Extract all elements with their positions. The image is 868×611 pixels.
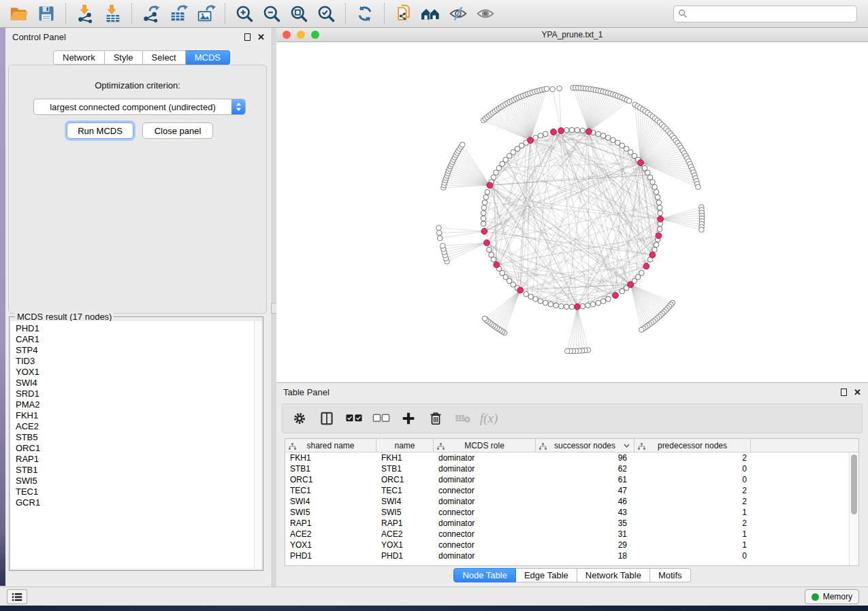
table-row[interactable]: YOX1YOX1connector291 — [285, 540, 849, 550]
network-node[interactable] — [696, 184, 701, 190]
network-node[interactable] — [611, 137, 616, 143]
network-node[interactable] — [538, 133, 543, 139]
mcds-node[interactable] — [575, 303, 581, 310]
network-graph-canvas[interactable] — [276, 42, 868, 382]
mcds-result-item[interactable]: SRD1 — [16, 389, 254, 399]
mcds-result-item[interactable]: RAP1 — [16, 454, 254, 465]
mcds-result-item[interactable]: TID3 — [16, 356, 254, 367]
table-row[interactable]: TEC1TEC1connector472 — [285, 485, 849, 496]
column-header-successor-nodes[interactable]: successor nodes — [536, 439, 634, 452]
delete-column-button[interactable] — [425, 408, 446, 429]
network-node[interactable] — [657, 205, 662, 211]
mcds-result-item[interactable]: SWI5 — [16, 476, 254, 486]
close-panel-icon[interactable]: ✕ — [854, 388, 861, 397]
import-table-button[interactable] — [101, 2, 124, 25]
zoom-in-button[interactable] — [233, 2, 256, 25]
network-node[interactable] — [481, 221, 486, 227]
network-node[interactable] — [481, 210, 486, 216]
network-node[interactable] — [585, 303, 591, 308]
network-node[interactable] — [485, 190, 490, 195]
network-node[interactable] — [489, 252, 494, 258]
mcds-result-item[interactable]: STB5 — [16, 432, 254, 443]
mcds-node[interactable] — [481, 229, 487, 235]
table-row[interactable]: ACE2ACE2connector311 — [285, 529, 849, 540]
run-mcds-button[interactable]: Run MCDS — [67, 122, 133, 139]
network-node[interactable] — [528, 294, 534, 299]
network-overview-button[interactable] — [419, 2, 443, 25]
network-node[interactable] — [481, 205, 487, 211]
network-node[interactable] — [569, 127, 575, 133]
table-row[interactable]: PHD1PHD1dominator180 — [285, 550, 849, 561]
tab-node-table[interactable]: Node Table — [453, 568, 516, 582]
mcds-node[interactable] — [656, 233, 662, 239]
network-node[interactable] — [658, 210, 663, 216]
mcds-node[interactable] — [643, 263, 649, 269]
import-network-button[interactable] — [74, 2, 97, 25]
mcds-node[interactable] — [649, 252, 656, 258]
show-graphics-details-button[interactable] — [474, 2, 497, 25]
network-node[interactable] — [543, 300, 549, 306]
mcds-node[interactable] — [494, 262, 500, 268]
mcds-result-item[interactable]: CAR1 — [16, 334, 254, 345]
network-node[interactable] — [652, 184, 658, 190]
network-node[interactable] — [590, 301, 596, 307]
network-node[interactable] — [699, 227, 705, 233]
close-panel-button[interactable]: Close panel — [142, 122, 213, 139]
mcds-result-item[interactable]: GCR1 — [16, 497, 254, 508]
add-column-button[interactable] — [398, 408, 419, 429]
network-node[interactable] — [569, 304, 575, 310]
tab-network[interactable]: Network — [53, 50, 105, 65]
export-network-button[interactable] — [140, 2, 163, 25]
export-table-button[interactable] — [167, 2, 190, 25]
mcds-result-item[interactable]: ACE2 — [16, 421, 254, 432]
mcds-result-item[interactable]: TEC1 — [16, 486, 254, 497]
network-node[interactable] — [437, 235, 443, 241]
save-session-button[interactable] — [35, 2, 58, 25]
network-node[interactable] — [564, 304, 569, 310]
network-node[interactable] — [606, 297, 611, 302]
mcds-node[interactable] — [558, 128, 564, 134]
column-header-name[interactable]: name — [376, 439, 434, 452]
zoom-fit-button[interactable] — [287, 2, 310, 25]
refresh-view-button[interactable] — [353, 2, 376, 25]
network-node[interactable] — [460, 142, 465, 148]
network-node[interactable] — [543, 131, 549, 137]
float-panel-icon[interactable] — [244, 33, 251, 41]
network-node[interactable] — [650, 180, 656, 185]
share-document-button[interactable] — [392, 2, 415, 25]
tab-edge-table[interactable]: Edge Table — [516, 568, 577, 582]
network-node[interactable] — [440, 244, 445, 249]
export-image-button[interactable] — [194, 2, 217, 25]
mcds-node[interactable] — [528, 137, 534, 144]
deselect-all-button[interactable] — [371, 408, 391, 429]
network-node[interactable] — [654, 190, 659, 195]
network-node[interactable] — [656, 200, 662, 205]
mcds-result-item[interactable]: ORC1 — [16, 443, 254, 454]
network-node[interactable] — [483, 195, 489, 200]
network-node[interactable] — [548, 301, 553, 307]
zoom-selected-button[interactable] — [315, 2, 338, 25]
mcds-node[interactable] — [628, 282, 634, 288]
network-node[interactable] — [600, 133, 606, 139]
network-node[interactable] — [550, 86, 556, 92]
network-node[interactable] — [436, 231, 442, 236]
table-row[interactable]: FKH1FKH1dominator962 — [285, 452, 849, 463]
network-node[interactable] — [620, 288, 625, 294]
column-header-predecessor-nodes[interactable]: predecessor nodes — [634, 439, 751, 452]
network-node[interactable] — [538, 299, 543, 304]
mcds-result-item[interactable]: YOX1 — [16, 367, 254, 378]
network-node[interactable] — [559, 303, 564, 309]
tab-style[interactable]: Style — [105, 50, 143, 65]
network-node[interactable] — [596, 300, 601, 306]
network-node[interactable] — [553, 303, 559, 308]
mcds-node[interactable] — [484, 240, 490, 246]
show-columns-button[interactable] — [317, 408, 337, 429]
tab-mcds[interactable]: MCDS — [186, 50, 230, 65]
mcds-node[interactable] — [658, 216, 664, 222]
column-header-shared-name[interactable]: shared name — [285, 439, 376, 452]
network-node[interactable] — [491, 257, 496, 263]
mcds-node[interactable] — [613, 293, 619, 299]
tab-motifs[interactable]: Motifs — [650, 568, 691, 582]
network-node[interactable] — [596, 131, 601, 137]
network-node[interactable] — [524, 292, 529, 297]
